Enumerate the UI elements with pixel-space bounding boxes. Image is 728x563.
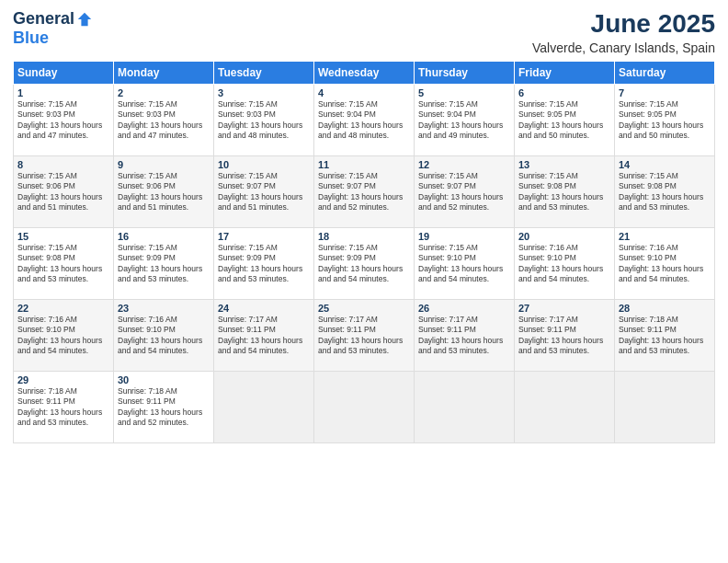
- day-info: Sunrise: 7:15 AMSunset: 9:07 PMDaylight:…: [218, 171, 310, 213]
- table-row: 23 Sunrise: 7:16 AMSunset: 9:10 PMDaylig…: [114, 300, 214, 372]
- table-row: 15 Sunrise: 7:15 AMSunset: 9:08 PMDaylig…: [14, 228, 114, 300]
- day-number: 16: [118, 231, 210, 242]
- day-info: Sunrise: 7:17 AMSunset: 9:11 PMDaylight:…: [318, 315, 410, 357]
- day-info: Sunrise: 7:15 AMSunset: 9:07 PMDaylight:…: [418, 171, 510, 213]
- day-info: Sunrise: 7:18 AMSunset: 9:11 PMDaylight:…: [619, 315, 711, 357]
- table-row: 30 Sunrise: 7:18 AMSunset: 9:11 PMDaylig…: [114, 372, 214, 443]
- day-info: Sunrise: 7:15 AMSunset: 9:10 PMDaylight:…: [418, 243, 510, 285]
- col-tuesday: Tuesday: [214, 62, 314, 85]
- day-info: Sunrise: 7:15 AMSunset: 9:09 PMDaylight:…: [218, 243, 310, 285]
- day-number: 23: [118, 303, 210, 314]
- table-row: 13 Sunrise: 7:15 AMSunset: 9:08 PMDaylig…: [515, 156, 615, 228]
- day-info: Sunrise: 7:15 AMSunset: 9:07 PMDaylight:…: [318, 171, 410, 213]
- day-number: 13: [518, 159, 610, 170]
- col-thursday: Thursday: [415, 62, 515, 85]
- day-number: 25: [318, 303, 410, 314]
- table-row: 21 Sunrise: 7:16 AMSunset: 9:10 PMDaylig…: [615, 228, 715, 300]
- day-number: 29: [17, 374, 109, 385]
- logo-blue-text: Blue: [13, 29, 49, 48]
- col-friday: Friday: [515, 62, 615, 85]
- table-row: [314, 372, 415, 443]
- table-row: 12 Sunrise: 7:15 AMSunset: 9:07 PMDaylig…: [415, 156, 515, 228]
- logo-general-text: General: [13, 9, 74, 29]
- day-number: 30: [118, 374, 210, 385]
- location-subtitle: Valverde, Canary Islands, Spain: [532, 40, 715, 55]
- table-row: 22 Sunrise: 7:16 AMSunset: 9:10 PMDaylig…: [14, 300, 114, 372]
- day-number: 27: [518, 303, 610, 314]
- day-number: 12: [418, 159, 510, 170]
- table-row: 18 Sunrise: 7:15 AMSunset: 9:09 PMDaylig…: [314, 228, 415, 300]
- day-number: 2: [118, 87, 210, 98]
- day-number: 26: [418, 303, 510, 314]
- day-number: 8: [17, 159, 109, 170]
- day-number: 3: [218, 87, 310, 98]
- table-row: 19 Sunrise: 7:15 AMSunset: 9:10 PMDaylig…: [415, 228, 515, 300]
- table-row: 17 Sunrise: 7:15 AMSunset: 9:09 PMDaylig…: [214, 228, 314, 300]
- day-number: 11: [318, 159, 410, 170]
- day-number: 19: [418, 231, 510, 242]
- day-info: Sunrise: 7:15 AMSunset: 9:03 PMDaylight:…: [118, 99, 210, 142]
- day-number: 7: [619, 87, 711, 98]
- calendar-table: Sunday Monday Tuesday Wednesday Thursday…: [13, 61, 715, 443]
- day-info: Sunrise: 7:15 AMSunset: 9:08 PMDaylight:…: [518, 171, 610, 213]
- day-info: Sunrise: 7:15 AMSunset: 9:03 PMDaylight:…: [218, 99, 310, 142]
- day-info: Sunrise: 7:17 AMSunset: 9:11 PMDaylight:…: [218, 315, 310, 357]
- day-info: Sunrise: 7:15 AMSunset: 9:08 PMDaylight:…: [17, 243, 109, 285]
- day-info: Sunrise: 7:15 AMSunset: 9:08 PMDaylight:…: [619, 171, 711, 213]
- table-row: 4 Sunrise: 7:15 AMSunset: 9:04 PMDayligh…: [314, 85, 415, 156]
- day-number: 15: [17, 231, 109, 242]
- day-number: 1: [17, 87, 109, 98]
- table-row: 25 Sunrise: 7:17 AMSunset: 9:11 PMDaylig…: [314, 300, 415, 372]
- table-row: 26 Sunrise: 7:17 AMSunset: 9:11 PMDaylig…: [415, 300, 515, 372]
- day-info: Sunrise: 7:18 AMSunset: 9:11 PMDaylight:…: [118, 386, 210, 429]
- day-info: Sunrise: 7:16 AMSunset: 9:10 PMDaylight:…: [619, 243, 711, 285]
- table-row: [615, 372, 715, 443]
- day-info: Sunrise: 7:16 AMSunset: 9:10 PMDaylight:…: [518, 243, 610, 285]
- day-info: Sunrise: 7:16 AMSunset: 9:10 PMDaylight:…: [118, 315, 210, 357]
- table-row: 14 Sunrise: 7:15 AMSunset: 9:08 PMDaylig…: [615, 156, 715, 228]
- logo: General Blue: [13, 9, 93, 48]
- title-block: June 2025 Valverde, Canary Islands, Spai…: [532, 9, 715, 55]
- day-info: Sunrise: 7:15 AMSunset: 9:09 PMDaylight:…: [318, 243, 410, 285]
- day-info: Sunrise: 7:17 AMSunset: 9:11 PMDaylight:…: [518, 315, 610, 357]
- day-number: 10: [218, 159, 310, 170]
- day-number: 9: [118, 159, 210, 170]
- month-title: June 2025: [532, 9, 715, 39]
- table-row: 29 Sunrise: 7:18 AMSunset: 9:11 PMDaylig…: [14, 372, 114, 443]
- day-number: 14: [619, 159, 711, 170]
- day-info: Sunrise: 7:15 AMSunset: 9:09 PMDaylight:…: [118, 243, 210, 285]
- day-number: 18: [318, 231, 410, 242]
- svg-marker-0: [78, 12, 91, 25]
- table-row: 7 Sunrise: 7:15 AMSunset: 9:05 PMDayligh…: [615, 85, 715, 156]
- table-row: [214, 372, 314, 443]
- header: General Blue June 2025 Valverde, Canary …: [13, 9, 715, 55]
- table-row: [515, 372, 615, 443]
- day-number: 21: [619, 231, 711, 242]
- day-number: 24: [218, 303, 310, 314]
- day-number: 22: [17, 303, 109, 314]
- day-info: Sunrise: 7:16 AMSunset: 9:10 PMDaylight:…: [17, 315, 109, 357]
- table-row: [415, 372, 515, 443]
- day-number: 28: [619, 303, 711, 314]
- table-row: 24 Sunrise: 7:17 AMSunset: 9:11 PMDaylig…: [214, 300, 314, 372]
- day-info: Sunrise: 7:15 AMSunset: 9:04 PMDaylight:…: [318, 99, 410, 142]
- day-info: Sunrise: 7:15 AMSunset: 9:03 PMDaylight:…: [17, 99, 109, 142]
- table-row: 16 Sunrise: 7:15 AMSunset: 9:09 PMDaylig…: [114, 228, 214, 300]
- table-row: 9 Sunrise: 7:15 AMSunset: 9:06 PMDayligh…: [114, 156, 214, 228]
- day-number: 5: [418, 87, 510, 98]
- table-row: 28 Sunrise: 7:18 AMSunset: 9:11 PMDaylig…: [615, 300, 715, 372]
- table-row: 10 Sunrise: 7:15 AMSunset: 9:07 PMDaylig…: [214, 156, 314, 228]
- table-row: 6 Sunrise: 7:15 AMSunset: 9:05 PMDayligh…: [515, 85, 615, 156]
- col-wednesday: Wednesday: [314, 62, 415, 85]
- day-info: Sunrise: 7:18 AMSunset: 9:11 PMDaylight:…: [17, 386, 109, 429]
- day-info: Sunrise: 7:15 AMSunset: 9:06 PMDaylight:…: [118, 171, 210, 213]
- col-saturday: Saturday: [615, 62, 715, 85]
- day-info: Sunrise: 7:15 AMSunset: 9:05 PMDaylight:…: [518, 99, 610, 142]
- table-row: 27 Sunrise: 7:17 AMSunset: 9:11 PMDaylig…: [515, 300, 615, 372]
- day-number: 6: [518, 87, 610, 98]
- day-info: Sunrise: 7:17 AMSunset: 9:11 PMDaylight:…: [418, 315, 510, 357]
- table-row: 11 Sunrise: 7:15 AMSunset: 9:07 PMDaylig…: [314, 156, 415, 228]
- table-row: 8 Sunrise: 7:15 AMSunset: 9:06 PMDayligh…: [14, 156, 114, 228]
- day-info: Sunrise: 7:15 AMSunset: 9:04 PMDaylight:…: [418, 99, 510, 142]
- col-monday: Monday: [114, 62, 214, 85]
